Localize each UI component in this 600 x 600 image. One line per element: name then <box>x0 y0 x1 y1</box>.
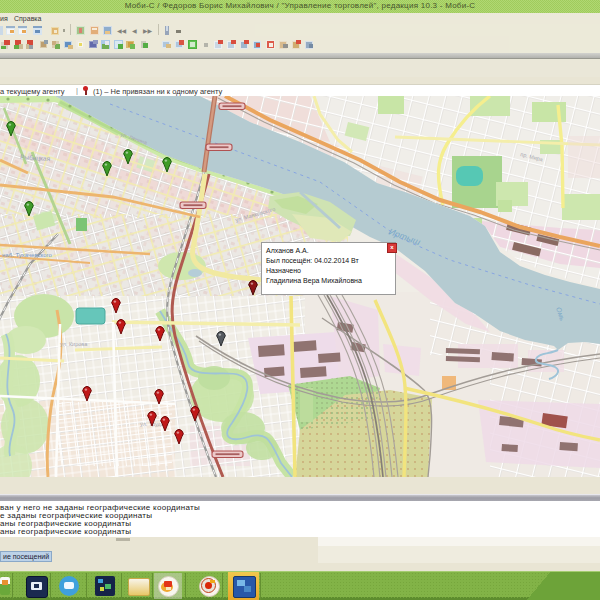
svg-text:ул. Кирова: ул. Кирова <box>60 341 88 347</box>
svg-text:наб. Тухачевского: наб. Тухачевского <box>2 252 53 258</box>
